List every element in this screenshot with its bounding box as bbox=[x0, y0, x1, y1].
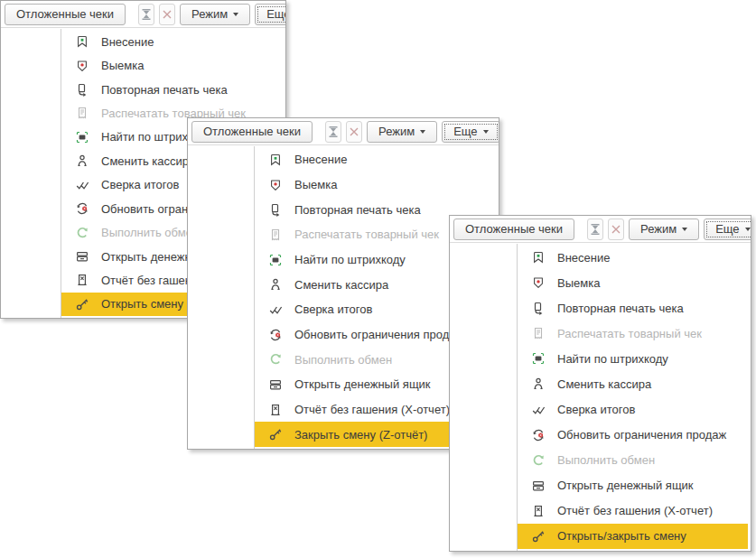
cash-drawer-icon bbox=[531, 479, 546, 493]
more-label: Еще bbox=[266, 7, 286, 21]
more-button[interactable]: Еще bbox=[442, 121, 499, 143]
goods-receipt-icon bbox=[75, 106, 89, 120]
update-restrictions-icon bbox=[531, 428, 546, 442]
menu-item-label: Сверка итогов bbox=[557, 403, 635, 416]
hourglass-button[interactable] bbox=[587, 219, 603, 240]
menu-item-withdraw[interactable]: Выемка bbox=[61, 53, 285, 77]
more-button[interactable]: Еще bbox=[255, 4, 286, 25]
menu-item-change-cashier[interactable]: Сменить кассира bbox=[518, 371, 748, 396]
reprint-receipt-icon bbox=[531, 301, 546, 315]
menu-item-label: Сменить кассира bbox=[101, 154, 195, 168]
menu-item-reprint-receipt[interactable]: Повторная печать чека bbox=[518, 295, 748, 321]
cash-drawer-icon bbox=[268, 377, 283, 392]
menu-item-label: Выемка bbox=[101, 59, 144, 72]
hourglass-button[interactable] bbox=[325, 121, 341, 143]
menu-item-label: Отчёт без гашения (X-отчет) bbox=[557, 504, 713, 517]
menu-item-label: Выемка bbox=[557, 276, 600, 290]
more-button[interactable]: Еще bbox=[704, 219, 751, 240]
screenshot-stage: Отложенные чеки Режим Еще ВнесениеВыемка… bbox=[0, 0, 756, 558]
mode-button[interactable]: Режим bbox=[367, 121, 437, 143]
exchange-icon bbox=[268, 352, 283, 367]
menu-item-label: Открыть смену bbox=[101, 297, 183, 311]
menu-item-withdraw[interactable]: Выемка bbox=[518, 270, 748, 295]
menu-item-open-cash-drawer[interactable]: Открыть денежный ящик bbox=[518, 473, 748, 498]
double-check-icon bbox=[531, 403, 546, 417]
mode-button[interactable]: Режим bbox=[180, 4, 250, 25]
deferred-receipts-label: Отложенные чеки bbox=[465, 222, 563, 236]
menu-item-totals-check[interactable]: Сверка итогов bbox=[518, 396, 748, 422]
cashier-icon bbox=[531, 377, 546, 391]
cashier-icon bbox=[75, 153, 89, 168]
shift-key-icon bbox=[268, 427, 283, 442]
close-button[interactable] bbox=[159, 4, 175, 25]
deposit-icon bbox=[75, 34, 89, 49]
menu-item-label: Открыть/закрыть смену bbox=[557, 529, 686, 543]
x-report-icon bbox=[531, 504, 546, 518]
menu-item-label: Отчёт без гашения (X-отчет) bbox=[294, 403, 450, 416]
chevron-down-icon bbox=[745, 228, 751, 231]
menu-item-label: Открыть денежный ящик bbox=[557, 479, 694, 492]
withdraw-icon bbox=[268, 178, 283, 192]
barcode-search-icon bbox=[75, 130, 89, 144]
mode-button[interactable]: Режим bbox=[629, 219, 699, 240]
menu-item-label: Найти по штрихкоду bbox=[557, 352, 668, 366]
menu-item-label: Открыть денежный ящик bbox=[294, 377, 431, 391]
menu-item-open-close-shift[interactable]: Открыть/закрыть смену bbox=[518, 524, 748, 549]
withdraw-icon bbox=[531, 275, 546, 290]
hourglass-icon bbox=[139, 7, 154, 22]
menu-item-find-by-barcode[interactable]: Найти по штрихкоду bbox=[518, 346, 748, 371]
menu-item-reprint-receipt[interactable]: Повторная печать чека bbox=[61, 78, 285, 101]
chevron-down-icon bbox=[420, 130, 425, 134]
menu-item-print-goods-receipt[interactable]: Распечатать товарный чек bbox=[518, 321, 748, 346]
menu-item-label: Сверка итогов bbox=[101, 178, 179, 191]
double-check-icon bbox=[75, 178, 89, 192]
menu-item-deposit[interactable]: Внесение bbox=[255, 147, 486, 172]
menu-item-label: Найти по штрихкоду bbox=[294, 253, 406, 266]
menu-item-label: Выполнить обмен bbox=[101, 226, 199, 239]
hourglass-button[interactable] bbox=[138, 4, 154, 25]
menu-item-label: Выполнить обмен bbox=[557, 453, 655, 467]
menu-item-deposit[interactable]: Внесение bbox=[518, 245, 748, 270]
mode-label: Режим bbox=[640, 222, 677, 236]
menu-item-run-exchange[interactable]: Выполнить обмен bbox=[518, 448, 748, 473]
close-button[interactable] bbox=[346, 121, 362, 143]
pos-window-open-close-shift: Отложенные чеки Режим Еще ВнесениеВыемка… bbox=[449, 215, 751, 552]
update-restrictions-icon bbox=[268, 328, 283, 342]
deferred-receipts-button[interactable]: Отложенные чеки bbox=[5, 4, 126, 25]
deposit-icon bbox=[531, 250, 546, 265]
hourglass-icon bbox=[326, 125, 341, 139]
cashier-icon bbox=[268, 277, 283, 292]
chevron-down-icon bbox=[233, 13, 238, 16]
deferred-receipts-button[interactable]: Отложенные чеки bbox=[191, 121, 313, 143]
deferred-receipts-label: Отложенные чеки bbox=[203, 125, 301, 138]
menu-item-label: Обновить ограничения продаж bbox=[294, 328, 463, 341]
deferred-receipts-button[interactable]: Отложенные чеки bbox=[453, 219, 574, 240]
menu-item-label: Внесение bbox=[557, 251, 610, 265]
cash-drawer-icon bbox=[75, 249, 89, 264]
more-label: Еще bbox=[715, 222, 739, 236]
more-label: Еще bbox=[453, 125, 477, 138]
reprint-receipt-icon bbox=[268, 202, 283, 217]
menu-item-x-report[interactable]: Отчёт без гашения (X-отчет) bbox=[518, 498, 748, 524]
menu-item-label: Повторная печать чека bbox=[557, 302, 684, 315]
barcode-search-icon bbox=[268, 253, 283, 267]
x-report-icon bbox=[75, 273, 89, 287]
menu-item-label: Выполнить обмен bbox=[294, 353, 392, 367]
menu-item-label: Сверка итогов bbox=[294, 302, 372, 316]
chevron-down-icon bbox=[682, 228, 687, 231]
menu-item-update-restrictions[interactable]: Обновить ограничения продаж bbox=[518, 423, 748, 448]
shift-key-icon bbox=[75, 297, 89, 312]
mode-label: Режим bbox=[378, 125, 415, 138]
toolbar: Отложенные чеки Режим Еще bbox=[450, 216, 751, 243]
close-icon bbox=[347, 125, 361, 139]
barcode-search-icon bbox=[531, 351, 546, 366]
menu-item-withdraw[interactable]: Выемка bbox=[255, 172, 486, 198]
close-button[interactable] bbox=[608, 219, 624, 240]
menu-item-deposit[interactable]: Внесение bbox=[61, 30, 285, 53]
goods-receipt-icon bbox=[531, 326, 546, 340]
close-icon bbox=[609, 222, 623, 237]
menu-item-label: Повторная печать чека bbox=[101, 83, 228, 97]
x-report-icon bbox=[268, 403, 283, 417]
deferred-receipts-label: Отложенные чеки bbox=[16, 7, 114, 21]
menu-item-label: Сменить кассира bbox=[557, 377, 651, 391]
